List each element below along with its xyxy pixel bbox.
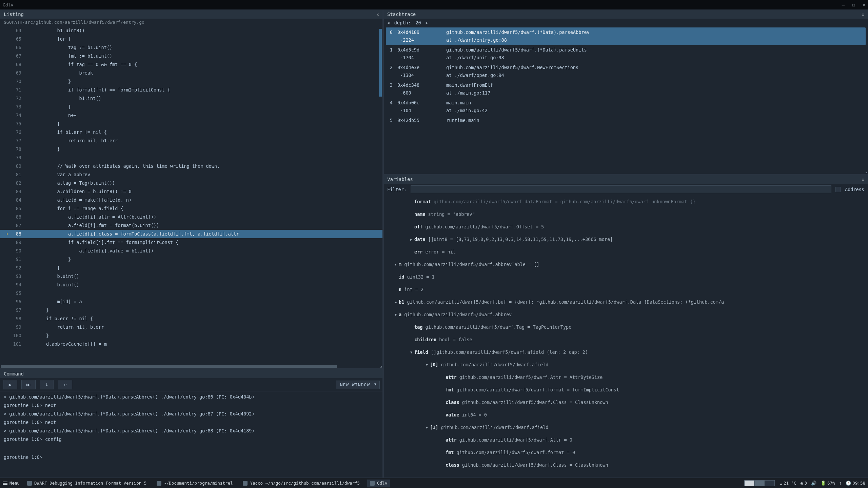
variable-row[interactable]: err error = nil <box>386 246 866 258</box>
variable-row[interactable]: format github.com/aarzilli/dwarf5/dwarf.… <box>386 196 866 208</box>
code-line[interactable]: 81 var a abbrev <box>0 170 382 179</box>
code-line[interactable]: 80 // Walk over attributes again, this t… <box>0 162 382 170</box>
code-line[interactable]: 96 m[id] = a <box>0 298 382 306</box>
code-line[interactable]: 90 a.field[i].value = b1.int() <box>0 247 382 255</box>
code-line[interactable]: 78 } <box>0 145 382 154</box>
code-line[interactable]: 73 } <box>0 103 382 111</box>
code-line[interactable]: 95 <box>0 289 382 298</box>
next-button[interactable]: ⏭ <box>21 380 36 389</box>
code-line[interactable]: 91 } <box>0 255 382 264</box>
taskbar-task[interactable]: DWARF Debugging Information Format Versi… <box>24 480 149 487</box>
expand-toggle-icon[interactable]: ▼ <box>424 421 430 434</box>
continue-button[interactable]: ▶ <box>3 380 17 389</box>
code-line[interactable]: ➔88 a.field[i].class = formToClass(a.fie… <box>0 230 382 238</box>
taskbar-task[interactable]: Gdlv <box>367 480 390 487</box>
variable-row[interactable]: fmt github.com/aarzilli/dwarf5/dwarf.for… <box>386 384 866 396</box>
code-line[interactable]: 77 return nil, b1.err <box>0 137 382 145</box>
new-window-dropdown[interactable]: NEW WINDOW <box>336 381 380 389</box>
workspace-1[interactable] <box>744 480 754 486</box>
taskbar-task[interactable]: ~/Documenti/progra/minstrel <box>154 480 235 487</box>
clock-widget[interactable]: 🕐 09:58 <box>846 481 865 486</box>
expand-toggle-icon[interactable]: ▶ <box>393 258 399 271</box>
filter-input[interactable] <box>411 185 831 193</box>
menu-button[interactable]: Menu <box>3 481 20 486</box>
listing-scrollbar-horizontal[interactable] <box>1 365 337 368</box>
code-line[interactable]: 70 } <box>0 77 382 86</box>
code-line[interactable]: 94 b.uint() <box>0 281 382 289</box>
variable-row[interactable]: ▶data []uint8 = [8,73,19,0,0,2,13,0,3,14… <box>386 233 866 246</box>
code-line[interactable]: 86 a.field[i].attr = Attr(b.uint()) <box>0 213 382 221</box>
variable-row[interactable]: children bool = false <box>386 333 866 346</box>
code-line[interactable]: 98 if b.err != nil { <box>0 314 382 323</box>
weather-widget[interactable]: ☁ 21 °C <box>780 481 796 486</box>
workspace-2[interactable] <box>754 480 765 486</box>
variable-row[interactable]: ▼[0] github.com/aarzilli/dwarf5/dwarf.af… <box>386 359 866 371</box>
variable-row[interactable]: class github.com/aarzilli/dwarf5/dwarf.C… <box>386 459 866 471</box>
variable-row[interactable]: ▶m github.com/aarzilli/dwarf5/dwarf.abbr… <box>386 258 866 271</box>
variable-row[interactable]: ▼a github.com/aarzilli/dwarf5/dwarf.abbr… <box>386 308 866 321</box>
code-line[interactable]: 101 d.abbrevCache[off] = m <box>0 340 382 348</box>
code-line[interactable]: 66 tag := b1.uint() <box>0 43 382 52</box>
code-line[interactable]: 65 for { <box>0 35 382 43</box>
code-area[interactable]: 64 b1.uint8()65 for {66 tag := b1.uint()… <box>0 26 382 349</box>
stack-frame[interactable]: 10x4d5c9d -1704github.com/aarzilli/dwarf… <box>386 45 866 63</box>
code-line[interactable]: 93 b.uint() <box>0 272 382 281</box>
variable-row[interactable]: attr github.com/aarzilli/dwarf5/dwarf.At… <box>386 434 866 446</box>
code-line[interactable]: 74 n++ <box>0 111 382 120</box>
listing-scrollbar-vertical[interactable] <box>379 29 382 97</box>
close-icon[interactable]: ✕ <box>863 2 865 7</box>
volume-icon[interactable]: 🔊 <box>811 481 816 486</box>
code-line[interactable]: 89 if a.field[i].fmt == formImplicitCons… <box>0 238 382 247</box>
code-line[interactable]: 67 fmt := b1.uint() <box>0 52 382 60</box>
stack-frame[interactable]: 20x4d4e3e -1304github.com/aarzilli/dwarf… <box>386 63 866 80</box>
code-line[interactable]: 79 <box>0 154 382 162</box>
stack-frame[interactable]: 00x4d4189 -2224github.com/aarzilli/dwarf… <box>386 27 866 45</box>
workspace-3[interactable] <box>765 480 775 486</box>
variable-row[interactable]: name string = "abbrev" <box>386 208 866 221</box>
battery-widget[interactable]: 🔋 67% <box>821 481 835 486</box>
network-icon[interactable]: ↕ <box>839 481 842 486</box>
variable-row[interactable]: attr github.com/aarzilli/dwarf5/dwarf.At… <box>386 371 866 384</box>
variable-row[interactable]: ▼field []github.com/aarzilli/dwarf5/dwar… <box>386 346 866 359</box>
code-line[interactable]: 85 for i := range a.field { <box>0 204 382 213</box>
expand-toggle-icon[interactable]: ▼ <box>393 308 399 321</box>
variable-row[interactable]: off github.com/aarzilli/dwarf5/dwarf.Off… <box>386 221 866 233</box>
stack-frame[interactable]: 40x4db00e -104main.mainat ./main.go:42 <box>386 98 866 116</box>
code-line[interactable]: 83 a.children = b.uint8() != 0 <box>0 187 382 196</box>
code-line[interactable]: 97 } <box>0 306 382 314</box>
variable-row[interactable]: ▼[1] github.com/aarzilli/dwarf5/dwarf.af… <box>386 421 866 434</box>
listing-close-icon[interactable]: x <box>376 12 379 17</box>
address-checkbox[interactable] <box>835 187 841 192</box>
listing-body[interactable]: $GOPATH/src/github.com/aarzilli/dwarf5/d… <box>0 19 382 368</box>
code-line[interactable]: 71 if format(fmt) == formImplicitConst { <box>0 86 382 94</box>
cpu-widget[interactable]: ◉ 3 <box>801 481 807 486</box>
expand-toggle-icon[interactable]: ▶ <box>408 233 414 246</box>
code-line[interactable]: 69 break <box>0 69 382 77</box>
step-button[interactable]: ⤓ <box>40 380 54 389</box>
code-line[interactable]: 75 } <box>0 120 382 128</box>
code-line[interactable]: 100 } <box>0 331 382 340</box>
code-line[interactable]: 68 if tag == 0 && fmt == 0 { <box>0 60 382 69</box>
stepout-button[interactable]: ↩ <box>58 380 72 389</box>
expand-toggle-icon[interactable]: ▼ <box>424 359 430 371</box>
code-line[interactable]: 76 if b1.err != nil { <box>0 128 382 137</box>
code-line[interactable]: 92 } <box>0 264 382 272</box>
variables-close-icon[interactable]: x <box>862 177 864 182</box>
stack-frame[interactable]: 50x42db55runtime.main <box>386 116 866 125</box>
resize-corner-icon[interactable]: ◢ <box>863 169 868 174</box>
command-output[interactable]: > github.com/aarzilli/dwarf5/dwarf.(*Dat… <box>0 391 382 445</box>
code-line[interactable]: 72 b1.int() <box>0 94 382 103</box>
variable-row[interactable]: fmt github.com/aarzilli/dwarf5/dwarf.for… <box>386 446 866 459</box>
variable-row[interactable]: value int64 = 0 <box>386 409 866 421</box>
expand-toggle-icon[interactable]: ▶ <box>393 296 399 308</box>
variable-row[interactable]: ▶b1 github.com/aarzilli/dwarf5/dwarf.buf… <box>386 296 866 308</box>
minimize-icon[interactable]: — <box>842 2 845 7</box>
expand-toggle-icon[interactable]: ▼ <box>408 346 414 359</box>
workspace-indicator[interactable] <box>744 480 775 486</box>
code-line[interactable]: 99 return nil, b.err <box>0 323 382 331</box>
variable-tree[interactable]: format github.com/aarzilli/dwarf5/dwarf.… <box>384 195 868 472</box>
stacktrace-close-icon[interactable]: x <box>862 12 864 17</box>
taskbar-task[interactable]: Yacco ~/n/go/src/github.com/aarzilli/dwa… <box>240 480 362 487</box>
variable-row[interactable]: n int = 2 <box>386 283 866 296</box>
code-line[interactable]: 84 a.field = make([]afield, n) <box>0 196 382 204</box>
